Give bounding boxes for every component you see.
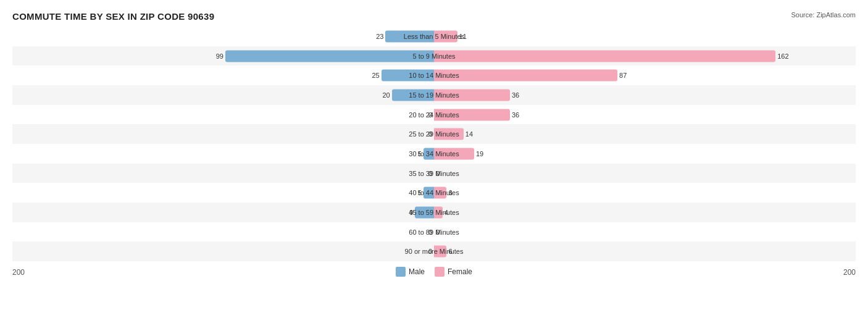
female-value: 36 xyxy=(512,91,519,99)
male-bar xyxy=(424,148,434,159)
male-bar xyxy=(385,30,434,42)
male-label: Male xyxy=(409,267,425,276)
female-bar xyxy=(434,50,775,62)
male-value: 0 xyxy=(428,170,432,177)
female-value: 0 xyxy=(436,170,440,177)
axis-right-label: 200 xyxy=(843,268,856,277)
male-value: 5 xyxy=(418,150,422,157)
male-bar xyxy=(225,50,434,62)
chart-row: 25 to 29 Minutes014 xyxy=(12,124,856,144)
chart-row: 60 to 89 Minutes00 xyxy=(12,222,856,242)
female-bar xyxy=(434,30,457,42)
source-label: Source: ZipAtlas.com xyxy=(791,11,856,19)
chart-row: Less than 5 Minutes2311 xyxy=(12,27,856,46)
axis-left-label: 200 xyxy=(12,268,25,277)
female-value: 0 xyxy=(436,229,440,236)
female-bar xyxy=(434,246,446,258)
chart-row: 5 to 9 Minutes99162 xyxy=(12,46,856,66)
female-bar xyxy=(434,128,464,140)
chart-title: COMMUTE TIME BY SEX IN ZIP CODE 90639 xyxy=(12,11,856,22)
female-value: 19 xyxy=(476,150,483,157)
male-bar xyxy=(392,89,434,101)
male-value: 99 xyxy=(216,52,223,60)
chart-row: 20 to 24 Minutes036 xyxy=(12,105,856,125)
chart-row: 40 to 44 Minutes56 xyxy=(12,183,856,203)
male-swatch xyxy=(396,267,406,277)
female-value: 4 xyxy=(444,209,448,216)
male-value: 25 xyxy=(372,72,379,79)
female-value: 87 xyxy=(619,72,627,79)
female-bar xyxy=(434,109,510,120)
female-value: 6 xyxy=(448,189,452,196)
chart-row: 35 to 39 Minutes00 xyxy=(12,164,856,183)
female-bar xyxy=(434,187,446,199)
female-value: 36 xyxy=(512,111,519,119)
chart-area: Less than 5 Minutes23115 to 9 Minutes991… xyxy=(12,27,856,280)
legend: Male Female xyxy=(396,267,472,277)
female-swatch xyxy=(435,267,444,277)
bar-label: 60 to 89 Minutes xyxy=(409,229,459,236)
female-bar xyxy=(434,70,617,82)
male-value: 0 xyxy=(428,111,432,119)
chart-row: 10 to 14 Minutes2587 xyxy=(12,65,856,85)
male-bar xyxy=(424,187,434,199)
female-label: Female xyxy=(448,267,472,276)
female-value: 11 xyxy=(459,33,467,40)
bar-label: 35 to 39 Minutes xyxy=(409,170,459,177)
male-bar xyxy=(415,206,434,218)
female-value: 14 xyxy=(465,130,473,138)
legend-female: Female xyxy=(435,267,472,277)
legend-male: Male xyxy=(396,267,425,277)
male-value: 5 xyxy=(418,189,422,196)
chart-row: 30 to 34 Minutes519 xyxy=(12,144,856,164)
chart-row: 15 to 19 Minutes2036 xyxy=(12,85,856,105)
male-value: 0 xyxy=(428,130,432,138)
female-bar xyxy=(434,206,443,218)
male-value: 23 xyxy=(376,33,383,40)
chart-container: COMMUTE TIME BY SEX IN ZIP CODE 90639 So… xyxy=(0,0,868,323)
male-value: 9 xyxy=(409,209,413,216)
female-bar xyxy=(434,148,474,159)
rows-wrapper: Less than 5 Minutes23115 to 9 Minutes991… xyxy=(12,27,856,261)
male-value: 20 xyxy=(382,91,390,99)
female-value: 6 xyxy=(448,248,452,255)
male-bar xyxy=(382,70,434,82)
male-value: 0 xyxy=(428,248,432,255)
chart-row: 90 or more Minutes06 xyxy=(12,241,856,261)
female-bar xyxy=(434,89,510,101)
male-value: 0 xyxy=(428,229,432,236)
female-value: 162 xyxy=(777,52,788,60)
chart-row: 45 to 59 Minutes94 xyxy=(12,203,856,222)
axis-bottom: 200 Male Female 200 xyxy=(12,261,856,280)
